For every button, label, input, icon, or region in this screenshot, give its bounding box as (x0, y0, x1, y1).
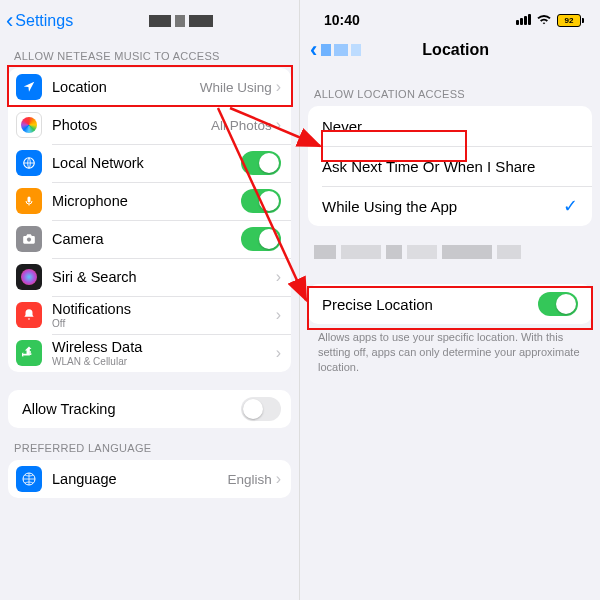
globe-icon (16, 466, 42, 492)
notif-label: Notifications (52, 301, 276, 317)
left-header: ‹ Settings (0, 0, 299, 36)
status-time: 10:40 (324, 12, 360, 28)
back-app-redacted[interactable] (321, 44, 361, 56)
localnet-label: Local Network (52, 155, 241, 171)
chevron-left-icon[interactable]: ‹ (310, 37, 317, 63)
svg-rect-1 (28, 197, 31, 203)
row-microphone[interactable]: Microphone (8, 182, 291, 220)
description-redacted (314, 236, 586, 268)
tracking-toggle[interactable] (241, 397, 281, 421)
row-local-network[interactable]: Local Network (8, 144, 291, 182)
tracking-label: Allow Tracking (22, 401, 241, 417)
localnet-toggle[interactable] (241, 151, 281, 175)
wireless-icon: ⇅ (16, 340, 42, 366)
location-value: While Using (200, 80, 272, 95)
photos-label: Photos (52, 117, 211, 133)
svg-text:⇅: ⇅ (27, 350, 32, 356)
chevron-right-icon: › (276, 470, 281, 488)
section-preferred-language: PREFERRED LANGUAGE (0, 428, 299, 460)
chevron-right-icon: › (276, 116, 281, 134)
status-bar: 10:40 92 (300, 0, 600, 30)
precise-footer: Allows apps to use your specific locatio… (300, 324, 600, 375)
ask-label: Ask Next Time Or When I Share (322, 158, 578, 175)
bell-icon (16, 302, 42, 328)
chevron-right-icon: › (276, 306, 281, 324)
language-value: English (227, 472, 271, 487)
microphone-icon (16, 188, 42, 214)
camera-icon (16, 226, 42, 252)
siri-label: Siri & Search (52, 269, 276, 285)
row-location[interactable]: Location While Using › (8, 68, 291, 106)
section-allow-access: ALLOW NETEASE MUSIC TO ACCESS (0, 36, 299, 68)
mic-toggle[interactable] (241, 189, 281, 213)
app-name-redacted (73, 15, 289, 27)
precise-group: Precise Location (308, 284, 592, 324)
access-group: Location While Using › Photos All Photos… (8, 68, 291, 372)
row-photos[interactable]: Photos All Photos › (8, 106, 291, 144)
row-wireless-data[interactable]: ⇅ Wireless Data WLAN & Cellular › (8, 334, 291, 372)
row-language[interactable]: Language English › (8, 460, 291, 498)
camera-label: Camera (52, 231, 241, 247)
right-header: ‹ Location (300, 30, 600, 66)
chevron-right-icon: › (276, 78, 281, 96)
mic-label: Microphone (52, 193, 241, 209)
chevron-right-icon: › (276, 344, 281, 362)
siri-icon (16, 264, 42, 290)
while-label: While Using the App (322, 198, 563, 215)
wireless-label: Wireless Data (52, 339, 276, 355)
chevron-left-icon[interactable]: ‹ (6, 8, 13, 34)
location-settings: 10:40 92 ‹ Location ALLOW LOCATION ACCES… (300, 0, 600, 600)
section-allow-location: ALLOW LOCATION ACCESS (300, 66, 600, 106)
tracking-group: Allow Tracking (8, 390, 291, 428)
network-icon (16, 150, 42, 176)
precise-toggle[interactable] (538, 292, 578, 316)
settings-app-detail: ‹ Settings ALLOW NETEASE MUSIC TO ACCESS… (0, 0, 300, 600)
language-group: Language English › (8, 460, 291, 498)
row-camera[interactable]: Camera (8, 220, 291, 258)
battery-icon: 92 (557, 14, 584, 27)
notif-sub: Off (52, 318, 276, 329)
row-allow-tracking[interactable]: Allow Tracking (8, 390, 291, 428)
svg-point-2 (27, 238, 31, 242)
checkmark-icon: ✓ (563, 195, 578, 217)
never-label: Never (322, 118, 578, 135)
wifi-icon (536, 12, 552, 28)
camera-toggle[interactable] (241, 227, 281, 251)
page-title: Location (361, 41, 550, 59)
back-to-settings[interactable]: Settings (15, 12, 73, 30)
precise-label: Precise Location (322, 296, 538, 313)
option-never[interactable]: Never (308, 106, 592, 146)
row-precise-location[interactable]: Precise Location (308, 284, 592, 324)
wireless-sub: WLAN & Cellular (52, 356, 276, 367)
signal-icon (515, 12, 531, 28)
row-notifications[interactable]: Notifications Off › (8, 296, 291, 334)
location-options-group: Never Ask Next Time Or When I Share Whil… (308, 106, 592, 226)
option-ask-next-time[interactable]: Ask Next Time Or When I Share (308, 146, 592, 186)
row-siri[interactable]: Siri & Search › (8, 258, 291, 296)
language-label: Language (52, 471, 227, 487)
option-while-using[interactable]: While Using the App ✓ (308, 186, 592, 226)
location-label: Location (52, 79, 200, 95)
photos-value: All Photos (211, 118, 272, 133)
chevron-right-icon: › (276, 268, 281, 286)
photos-icon (16, 112, 42, 138)
location-arrow-icon (16, 74, 42, 100)
